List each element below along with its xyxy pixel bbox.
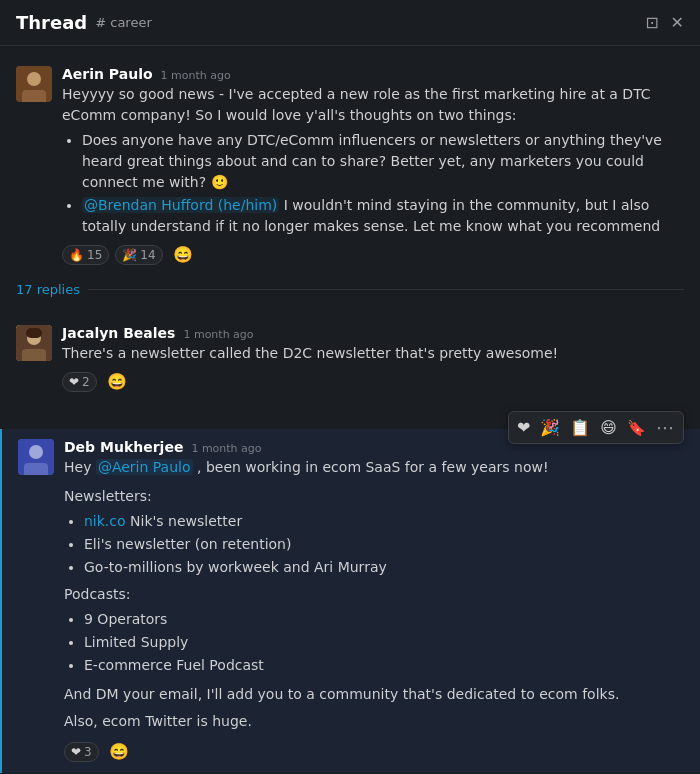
thread-header: Thread # career ⊡ ✕	[0, 0, 700, 46]
reaction-count: 2	[82, 375, 90, 389]
newsletters-heading: Newsletters:	[64, 486, 684, 507]
svg-rect-6	[26, 328, 42, 338]
message-text-intro: Heyyyy so good news - I've accepted a ne…	[62, 86, 651, 123]
list-item: @Brendan Hufford (he/him) I wouldn't min…	[82, 195, 684, 237]
mention[interactable]: @Brendan Hufford (he/him)	[82, 197, 279, 213]
highlighted-inner: Deb Mukherjee 1 month ago Hey @Aerin Pau…	[18, 439, 684, 763]
podcasts-heading: Podcasts:	[64, 584, 684, 605]
avatar	[16, 325, 52, 361]
avatar	[16, 66, 52, 102]
channel-name: # career	[95, 15, 152, 30]
svg-rect-2	[22, 90, 46, 102]
reaction-party[interactable]: 🎉 14	[115, 245, 162, 265]
bullet-list: Does anyone have any DTC/eComm influence…	[82, 130, 684, 237]
party-action[interactable]: 🎉	[538, 416, 562, 439]
author-name: Jacalyn Beales	[62, 325, 175, 341]
highlighted-wrapper: ❤️ 🎉 📋 😄 🔖 ⋯ Deb Mukherjee 1 month ago	[0, 401, 700, 773]
reaction-count: 3	[84, 745, 92, 759]
author-name: Deb Mukherjee	[64, 439, 183, 455]
reactions: 🔥 15 🎉 14 😄	[62, 243, 684, 266]
footer-text-1: And DM your email, I'll add you to a com…	[64, 684, 684, 705]
svg-rect-9	[24, 463, 48, 475]
author-name: Aerin Paulo	[62, 66, 153, 82]
message-body: Hey @Aerin Paulo , been working in ecom …	[64, 457, 684, 732]
message-timestamp: 1 month ago	[191, 442, 261, 455]
reaction-emoji: 🎉	[122, 248, 137, 262]
message-actions-bar: ❤️ 🎉 📋 😄 🔖 ⋯	[508, 411, 684, 444]
list-item: nik.co Nik's newsletter	[84, 511, 684, 532]
add-reaction-button[interactable]: 😄	[105, 740, 133, 763]
highlighted-message: ❤️ 🎉 📋 😄 🔖 ⋯ Deb Mukherjee 1 month ago	[0, 429, 700, 773]
message-list: Aerin Paulo 1 month ago Heyyyy so good n…	[0, 46, 700, 270]
list-item: Go-to-millions by workweek and Ari Murra…	[84, 557, 684, 578]
list-item: Does anyone have any DTC/eComm influence…	[82, 130, 684, 193]
reaction-count: 14	[140, 248, 155, 262]
thread-title: Thread	[16, 12, 87, 33]
list-item: Limited Supply	[84, 632, 684, 653]
mention[interactable]: @Aerin Paulo	[96, 459, 193, 475]
reaction-fire[interactable]: 🔥 15	[62, 245, 109, 265]
newsletters-list: nik.co Nik's newsletter Eli's newsletter…	[84, 511, 684, 578]
more-action[interactable]: ⋯	[654, 415, 677, 440]
svg-point-8	[29, 445, 43, 459]
message-content: Aerin Paulo 1 month ago Heyyyy so good n…	[62, 66, 684, 266]
message-body: Heyyyy so good news - I've accepted a ne…	[62, 84, 684, 237]
close-icon[interactable]: ✕	[671, 13, 684, 32]
header-actions: ⊡ ✕	[645, 13, 684, 32]
expand-icon[interactable]: ⊡	[645, 13, 658, 32]
replies-divider	[88, 289, 684, 290]
message-text-body: There's a newsletter called the D2C news…	[62, 345, 558, 361]
message-row: Aerin Paulo 1 month ago Heyyyy so good n…	[16, 62, 684, 270]
message-header: Aerin Paulo 1 month ago	[62, 66, 684, 82]
reactions: ❤️ 3 😄	[64, 740, 684, 763]
reaction-heart[interactable]: ❤️ 2	[62, 372, 97, 392]
podcasts-list: 9 Operators Limited Supply E-commerce Fu…	[84, 609, 684, 676]
replies-section: 17 replies	[0, 274, 700, 305]
message-header: Jacalyn Beales 1 month ago	[62, 325, 684, 341]
message-timestamp: 1 month ago	[161, 69, 231, 82]
add-reaction-button[interactable]: 😄	[169, 243, 197, 266]
footer-text-2: Also, ecom Twitter is huge.	[64, 711, 684, 732]
replies-count[interactable]: 17 replies	[16, 282, 80, 297]
avatar	[18, 439, 54, 475]
message-row: Jacalyn Beales 1 month ago There's a new…	[16, 321, 684, 397]
list-item: E-commerce Fuel Podcast	[84, 655, 684, 676]
list-item: Eli's newsletter (on retention)	[84, 534, 684, 555]
reactions: ❤️ 2 😄	[62, 370, 684, 393]
bookmark-action[interactable]: 🔖	[625, 417, 648, 439]
message-body: There's a newsletter called the D2C news…	[62, 343, 684, 364]
nik-co-link[interactable]: nik.co	[84, 513, 126, 529]
message-timestamp: 1 month ago	[183, 328, 253, 341]
svg-point-1	[27, 72, 41, 86]
notepad-action[interactable]: 📋	[568, 416, 592, 439]
add-reaction-button[interactable]: 😄	[103, 370, 131, 393]
list-item: 9 Operators	[84, 609, 684, 630]
header-left: Thread # career	[16, 12, 152, 33]
message-content: Jacalyn Beales 1 month ago There's a new…	[62, 325, 684, 393]
svg-rect-5	[22, 349, 46, 361]
reaction-emoji: ❤️	[69, 375, 79, 389]
heart-action[interactable]: ❤️	[515, 416, 532, 439]
reaction-emoji: 🔥	[69, 248, 84, 262]
smiley-action[interactable]: 😄	[598, 416, 619, 439]
text-after-mention: , been working in ecom SaaS for a few ye…	[193, 459, 549, 475]
reaction-count: 15	[87, 248, 102, 262]
reaction-heart[interactable]: ❤️ 3	[64, 742, 99, 762]
message-container-2: Jacalyn Beales 1 month ago There's a new…	[0, 305, 700, 397]
message-content: Deb Mukherjee 1 month ago Hey @Aerin Pau…	[64, 439, 684, 763]
reaction-emoji: ❤️	[71, 745, 81, 759]
